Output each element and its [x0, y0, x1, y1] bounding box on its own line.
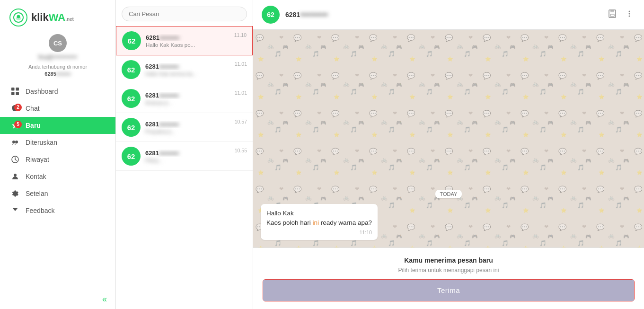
chat-preview: Ananya ji... [145, 100, 230, 106]
today-badge: TODAY [435, 190, 462, 198]
chat-preview: Pikey... [145, 158, 230, 163]
svg-rect-6 [16, 92, 19, 95]
logo-icon [9, 9, 27, 26]
chat-messages-bg: 💬 🎵 ❤ ⭐ 🚲 🎮 TODAY Hallo Kak [253, 30, 644, 247]
chat-list-item[interactable]: 62 6281•••••••••• Ananya ji... 11.01 [116, 84, 253, 113]
chat-preview: Hallo Kak terima ka... [145, 71, 230, 77]
chat-list-item[interactable]: 62 6281•••••••••• Hallo Kak terima ka...… [116, 55, 253, 84]
sidebar-item-chat[interactable]: Chat 2 [0, 100, 115, 117]
sidebar-item-label: Feedback [26, 207, 54, 214]
chat-time: 11.01 [235, 60, 247, 67]
chat-messages-area: TODAY Hallo Kak Kaos poloh hari ini read… [253, 30, 644, 247]
sidebar-collapse-button[interactable]: « [0, 290, 115, 309]
sidebar-nav: Dashboard Chat 2 Baru 5 [0, 83, 115, 290]
sidebar-item-label: Dashboard [26, 88, 58, 95]
user-avatar-area: CS [0, 34, 115, 52]
sidebar-item-label: Kontak [26, 173, 46, 180]
chat-badge: 2 [14, 104, 22, 111]
main-area: 62 6281•••••••••• Hallo Kak Kaos po... 1… [116, 0, 644, 309]
terima-button[interactable]: Terima [263, 280, 634, 301]
baru-badge: 5 [14, 121, 22, 128]
sidebar-item-feedback[interactable]: Feedback [0, 202, 115, 219]
chat-list-item[interactable]: 62 6281•••••••••• Hallo Kak Kaos po... 1… [116, 26, 253, 55]
chat-info: 6281•••••••••• Hallo Kak terima ka... [145, 63, 230, 77]
avatar: 62 [122, 118, 141, 137]
svg-point-17 [629, 15, 630, 17]
message-text: Hallo Kak Kaos poloh hari ini ready warn… [266, 209, 372, 228]
diteruskan-icon [10, 139, 20, 146]
chat-items-list: 62 6281•••••••••• Hallo Kak Kaos po... 1… [116, 26, 253, 309]
highlight-word: ini [313, 219, 319, 226]
chat-window: 62 6281•••••••••••• [253, 0, 644, 309]
sidebar-item-label: Baru [26, 122, 41, 129]
dashboard-icon [10, 88, 20, 95]
chat-info: 6281•••••••••• Pikey... [145, 150, 230, 163]
avatar: 62 [122, 60, 141, 79]
avatar: CS [49, 34, 67, 52]
chat-preview: Hallo Kak Kaos po... [146, 42, 229, 48]
chat-list-item[interactable]: 62 6281•••••••••• Pikey... 10.55 [116, 142, 253, 171]
sidebar-item-diteruskan[interactable]: Diteruskan [0, 134, 115, 151]
accept-title: Kamu menerima pesan baru [404, 256, 493, 264]
search-input[interactable] [122, 7, 247, 21]
sidebar-item-kontak[interactable]: Kontak [0, 168, 115, 185]
chat-list-item[interactable]: 62 6281•••••••••• Prayatna ji... 10.57 [116, 113, 253, 142]
chat-header: 62 6281•••••••••••• [253, 0, 644, 30]
accept-btn-wrapper: Terima [263, 279, 635, 301]
avatar: 62 [122, 31, 141, 50]
sidebar-connected-info: Anda terhubung di nomor 6285•••••••• [0, 63, 115, 78]
avatar: 62 [122, 89, 141, 108]
chat-header-info: 6281•••••••••••• [285, 11, 600, 18]
chat-name: 6281•••••••••• [146, 34, 229, 41]
svg-rect-3 [11, 88, 15, 91]
chat-time: 10.57 [235, 118, 247, 124]
chat-name: 6281•••••••••• [145, 121, 230, 128]
sidebar-username: fina@•••••••••••• [0, 54, 115, 61]
avatar: 62 [122, 147, 141, 166]
svg-point-8 [12, 141, 15, 143]
chat-info: 6281•••••••••• Ananya ji... [145, 92, 230, 106]
chat-header-avatar: 62 [262, 6, 280, 24]
sidebar-logo: klikWA.net [0, 0, 115, 31]
svg-point-16 [629, 13, 630, 14]
svg-rect-5 [11, 92, 15, 95]
sidebar-item-dashboard[interactable]: Dashboard [0, 83, 115, 100]
svg-rect-13 [610, 10, 614, 12]
message-time: 11:10 [266, 230, 372, 235]
sidebar-item-baru[interactable]: Baru 5 [0, 117, 115, 134]
message-bubble: Hallo Kak Kaos poloh hari ini ready warn… [261, 204, 378, 240]
svg-point-15 [629, 10, 630, 12]
logo-text: klikWA.net [31, 11, 74, 24]
chat-name: 6281•••••••••• [145, 63, 230, 70]
sidebar-item-setelan[interactable]: Setelan [0, 185, 115, 202]
riwayat-icon [10, 156, 20, 163]
sidebar-item-label: Riwayat [26, 156, 49, 163]
today-divider: TODAY [261, 189, 636, 198]
chat-time: 11.01 [235, 89, 247, 96]
chat-header-actions [606, 8, 635, 22]
more-options-button[interactable] [623, 8, 635, 22]
chat-time: 11.10 [234, 31, 247, 38]
sidebar: klikWA.net CS fina@•••••••••••• Anda ter… [0, 0, 116, 309]
chat-search-area [116, 0, 253, 26]
chat-info: 6281•••••••••• Hallo Kak Kaos po... [146, 34, 229, 48]
chat-header-name: 6281•••••••••••• [285, 11, 600, 18]
connected-number: 6285•••••••• [5, 71, 111, 78]
chat-list-panel: 62 6281•••••••••• Hallo Kak Kaos po... 1… [116, 0, 253, 309]
svg-point-9 [15, 141, 18, 143]
setelan-icon [10, 190, 20, 197]
sidebar-item-riwayat[interactable]: Riwayat [0, 151, 115, 168]
feedback-icon [10, 207, 20, 214]
save-button[interactable] [606, 8, 618, 22]
chat-name: 6281•••••••••• [145, 150, 230, 157]
accept-subtitle: Pilih terima untuk menanggapi pesan ini [398, 267, 499, 274]
sidebar-item-label: Setelan [26, 190, 48, 197]
svg-rect-4 [16, 88, 19, 91]
kontak-icon [10, 173, 20, 180]
svg-point-11 [14, 174, 17, 177]
sidebar-item-label: Diteruskan [26, 139, 57, 146]
chat-preview: Prayatna ji... [145, 129, 230, 134]
svg-point-2 [17, 15, 20, 18]
chat-info: 6281•••••••••• Prayatna ji... [145, 121, 230, 134]
accept-panel: Kamu menerima pesan baru Pilih terima un… [253, 247, 644, 309]
